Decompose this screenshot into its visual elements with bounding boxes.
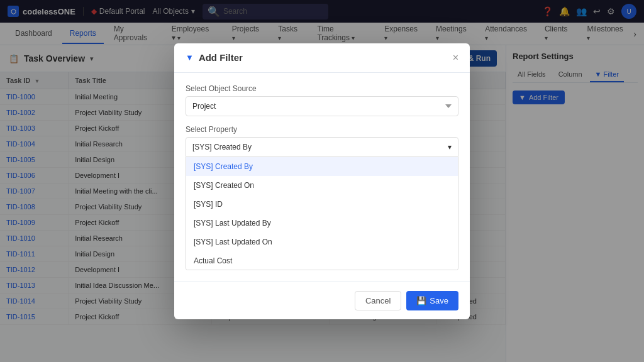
property-dropdown-list: [SYS] Created By[SYS] Created On[SYS] ID… <box>186 157 458 270</box>
modal-body: Select Object Source Project Select Prop… <box>174 73 470 282</box>
dropdown-item[interactable]: [SYS] Created On <box>186 176 458 195</box>
add-filter-modal: ▼ Add Filter × Select Object Source Proj… <box>174 43 470 319</box>
dropdown-item[interactable]: [SYS] Last Updated By <box>186 214 458 233</box>
modal-close-button[interactable]: × <box>453 52 458 63</box>
dropdown-item[interactable]: [SYS] Created By <box>186 157 458 176</box>
modal-cancel-button[interactable]: Cancel <box>355 291 401 310</box>
property-dropdown-selected[interactable]: [SYS] Created By ▾ <box>186 137 458 157</box>
modal-filter-icon: ▼ <box>186 53 194 62</box>
property-selected-value: [SYS] Created By <box>192 143 252 151</box>
modal-overlay: ▼ Add Filter × Select Object Source Proj… <box>0 0 644 362</box>
property-dropdown-container: [SYS] Created By ▾ [SYS] Created By[SYS]… <box>186 137 458 270</box>
property-dropdown-arrow: ▾ <box>448 143 452 151</box>
object-source-select[interactable]: Project <box>186 96 458 116</box>
modal-footer: Cancel 💾 Save <box>174 282 470 319</box>
object-source-label: Select Object Source <box>186 84 458 93</box>
dropdown-item[interactable]: Actual Cost <box>186 251 458 270</box>
dropdown-item[interactable]: [SYS] Last Updated On <box>186 233 458 251</box>
dropdown-item[interactable]: [SYS] ID <box>186 195 458 214</box>
modal-header: ▼ Add Filter × <box>174 43 470 73</box>
property-label: Select Property <box>186 125 458 134</box>
modal-title: ▼ Add Filter <box>186 52 243 63</box>
modal-save-button[interactable]: 💾 Save <box>406 291 458 310</box>
save-disk-icon: 💾 <box>416 296 426 305</box>
